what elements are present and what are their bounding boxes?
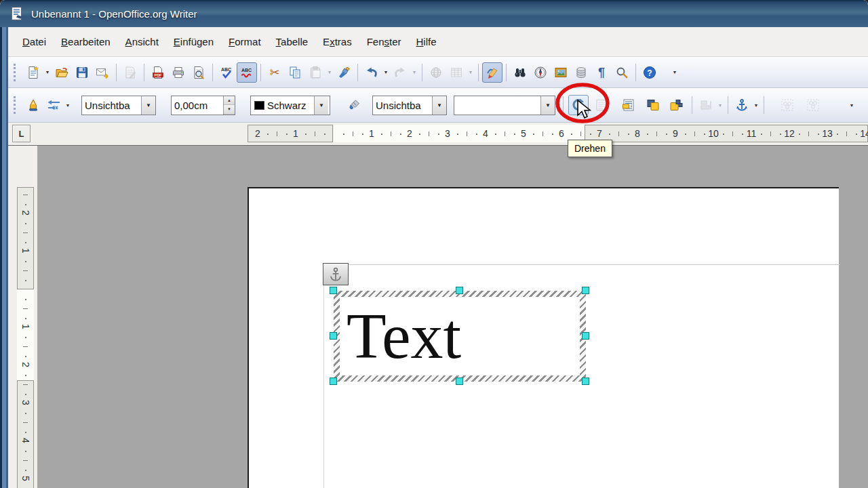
title-bar[interactable]: Unbenannt 1 - OpenOffice.org Writer [0,0,868,27]
find-replace-button[interactable] [510,62,530,83]
line-width-spinner[interactable]: 0,00cm ▲▼ [171,96,235,115]
menu-datei[interactable]: Datei [15,33,54,51]
arrow-style-button[interactable] [43,95,64,115]
toolbar-overflow-button[interactable] [671,62,679,83]
paste-dropdown[interactable] [326,62,334,83]
print-button[interactable] [168,62,189,83]
alignment-button[interactable] [696,95,716,115]
alignment-dropdown[interactable] [716,95,724,115]
line-color-dropdown-button[interactable] [314,96,328,115]
line-color-combo[interactable]: Schwarz [250,96,330,115]
anchor-dropdown[interactable] [752,95,760,115]
cut-button[interactable]: ✂ [264,62,285,83]
bring-to-front-button[interactable] [643,95,663,115]
send-email-button[interactable] [92,62,113,83]
toolbar-grip[interactable] [14,96,17,114]
zoom-button[interactable] [612,62,632,83]
line-dialog-button[interactable] [23,95,43,115]
help-button[interactable]: ? [639,62,660,83]
anchor-icon [328,266,343,283]
redo-button[interactable] [390,62,410,83]
selection-handle[interactable] [582,378,589,385]
selection-handle[interactable] [330,332,337,340]
insert-table-dropdown[interactable] [467,62,475,83]
edit-file-button[interactable] [120,62,140,83]
insert-table-button[interactable] [446,62,467,83]
selection-handle[interactable] [456,287,463,294]
line-style-dropdown-button[interactable] [141,96,155,115]
arrow-style-dropdown[interactable] [64,95,72,115]
spellcheck-button[interactable]: ABC [216,62,237,83]
selection-handle[interactable] [582,332,589,340]
fill-color-dropdown-button[interactable] [540,96,555,115]
selection-handle[interactable] [456,378,463,385]
vertical-ruler[interactable]: 1212345 [16,151,35,488]
paste-clipboard-icon [309,66,322,79]
undo-button[interactable] [361,62,382,83]
alignment-icon [699,98,713,112]
rotate-button[interactable] [568,95,589,115]
toolbar-grip[interactable] [14,64,17,81]
frame-anchor-marker[interactable] [323,263,349,285]
paste-button[interactable] [305,62,326,83]
menu-tabelle[interactable]: Tabelle [269,33,316,51]
open-button[interactable] [52,62,72,83]
document-page[interactable]: Text [248,187,839,488]
new-document-button[interactable] [23,62,43,83]
frame-text[interactable]: Text [340,297,580,375]
tab-stop-selector[interactable]: L [12,125,31,142]
menu-ansicht[interactable]: Ansicht [118,33,166,51]
area-style-dropdown-button[interactable] [432,96,446,115]
nonprinting-characters-button[interactable]: ¶ [591,62,612,83]
text-frame[interactable]: Text [334,291,586,382]
line-width-spin-buttons[interactable]: ▲▼ [223,96,235,115]
menu-extras[interactable]: Extras [315,33,359,51]
fill-color-combo[interactable] [454,96,555,115]
area-style-combo[interactable]: Unsichtba [372,96,447,115]
toolbar-separator [635,64,636,81]
menu-bearbeiten[interactable]: Bearbeiten [54,33,118,51]
line-width-value: 0,00cm [172,96,223,115]
menubar: DateiBearbeitenAnsichtEinfügenFormatTabe… [8,27,868,57]
toolbar-separator [212,64,213,81]
group-icon [781,98,794,112]
wrap-contour-button[interactable] [591,95,612,115]
format-paintbrush-button[interactable] [334,62,354,83]
gallery-button[interactable] [551,62,571,83]
export-pdf-button[interactable]: PDF [148,62,168,83]
toolbar-overflow-button[interactable] [848,95,856,115]
area-button[interactable] [344,95,364,115]
menu-hilfe[interactable]: Hilfe [409,33,444,51]
bring-to-front-icon [646,98,660,112]
selection-handle[interactable] [330,378,337,385]
navigator-button[interactable] [530,62,551,83]
save-floppy-icon [75,66,89,79]
menu-einfügen[interactable]: Einfügen [166,33,221,51]
auto-spellcheck-button[interactable]: ABC [237,62,257,83]
group-button[interactable] [777,95,797,115]
ruler-number: 13 [822,128,833,139]
menu-fenster[interactable]: Fenster [359,33,409,51]
send-to-back-button[interactable] [666,95,686,115]
copy-button[interactable] [285,62,305,83]
ungroup-button[interactable] [803,95,823,115]
wrap-button[interactable] [618,95,639,115]
show-draw-functions-button[interactable] [482,62,502,83]
anchor-button[interactable] [732,95,752,115]
horizontal-ruler[interactable]: 121234567891011121314 [37,124,868,144]
data-sources-button[interactable] [571,62,591,83]
selection-handle[interactable] [330,287,337,294]
hyperlink-button[interactable] [426,62,446,83]
selection-handle[interactable] [582,287,589,294]
ruler-number: 1 [20,246,31,256]
save-button[interactable] [72,62,92,83]
wrap-icon [622,98,635,112]
toolbar-separator [144,64,144,81]
undo-dropdown[interactable] [382,62,390,83]
open-folder-icon [55,66,68,79]
menu-format[interactable]: Format [221,33,269,51]
new-document-dropdown[interactable] [43,62,52,83]
redo-dropdown[interactable] [410,62,418,83]
page-preview-button[interactable] [189,62,209,83]
line-style-combo[interactable]: Unsichtba [81,96,156,115]
